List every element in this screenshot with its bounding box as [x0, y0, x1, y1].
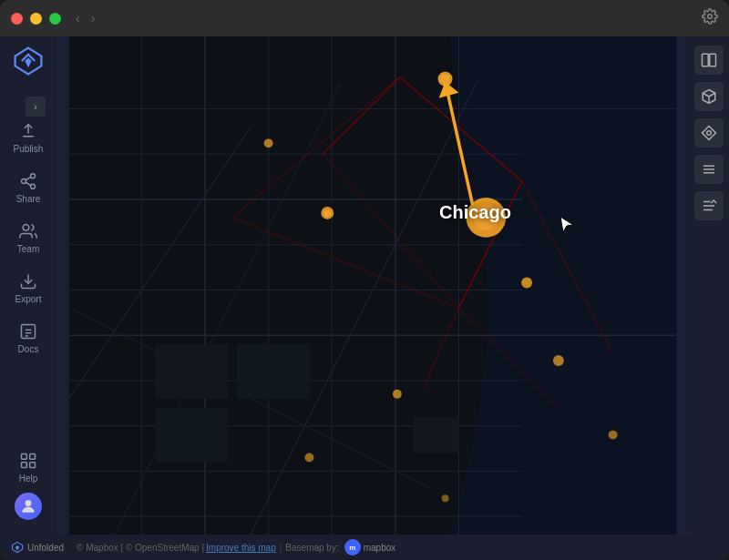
3d-view-button[interactable] [694, 82, 724, 111]
svg-rect-67 [703, 54, 709, 66]
svg-line-71 [709, 93, 715, 97]
svg-line-5 [26, 182, 31, 185]
traffic-lights [11, 13, 61, 25]
svg-rect-64 [237, 344, 310, 399]
svg-marker-72 [703, 127, 716, 140]
svg-point-62 [442, 494, 449, 502]
improve-map-link[interactable]: Improve this map [206, 543, 276, 553]
svg-rect-68 [710, 54, 716, 66]
main-layout: › Publish Share [0, 36, 729, 535]
svg-point-53 [441, 75, 450, 84]
maximize-button[interactable] [49, 13, 61, 25]
svg-point-59 [609, 431, 618, 440]
svg-point-0 [708, 15, 713, 19]
mapbox-text: mapbox [364, 543, 396, 553]
svg-point-60 [393, 390, 402, 399]
sidebar-toggle-button[interactable]: › [26, 97, 46, 117]
svg-rect-66 [414, 417, 459, 453]
titlebar: ‹ › [0, 0, 729, 36]
basemap-label: Basemap by: [285, 543, 338, 553]
separator: | [280, 543, 282, 553]
svg-rect-14 [30, 454, 36, 460]
svg-line-70 [703, 93, 709, 97]
svg-rect-63 [155, 344, 228, 399]
sidebar-item-help[interactable]: Help [0, 443, 56, 493]
forward-arrow[interactable]: › [87, 9, 99, 27]
sidebar-item-publish[interactable]: Publish [0, 113, 56, 163]
sidebar-item-team[interactable]: Team [0, 213, 56, 263]
svg-point-73 [707, 131, 712, 136]
svg-point-57 [521, 278, 532, 289]
svg-rect-65 [155, 408, 228, 463]
settings-icon[interactable] [702, 8, 718, 28]
svg-point-2 [31, 174, 36, 178]
svg-point-17 [26, 500, 32, 506]
layers-button[interactable] [694, 155, 724, 184]
app-window: ‹ › › [0, 0, 729, 560]
sidebar-item-docs[interactable]: Docs [0, 313, 56, 363]
split-map-button[interactable] [694, 46, 724, 75]
svg-point-4 [31, 184, 36, 188]
brand-logo-small: Unfolded [11, 541, 64, 554]
mapbox-logo: m mapbox [344, 539, 396, 555]
app-logo[interactable] [11, 44, 46, 78]
minimize-button[interactable] [30, 13, 42, 25]
sidebar-item-share[interactable]: Share [0, 163, 56, 213]
svg-rect-13 [22, 454, 27, 460]
right-toolbar [689, 36, 729, 535]
close-button[interactable] [11, 13, 23, 25]
svg-point-51 [473, 205, 498, 230]
user-avatar[interactable] [15, 493, 42, 520]
brand-name: Unfolded [27, 543, 64, 553]
attribution-text: © Mapbox | © OpenStreetMap | [77, 543, 204, 553]
nav-arrows: ‹ › [72, 9, 98, 27]
svg-point-56 [264, 138, 273, 148]
sidebar-item-export[interactable]: Export [0, 263, 56, 313]
map-container[interactable]: Chicago [56, 36, 689, 535]
mapbox-icon: m [344, 539, 361, 555]
svg-point-55 [323, 209, 331, 217]
bottom-bar: Unfolded © Mapbox | © OpenStreetMap | Im… [0, 535, 729, 560]
svg-line-6 [26, 177, 31, 179]
svg-point-58 [553, 355, 564, 366]
layer-order-button[interactable] [694, 191, 724, 220]
svg-point-61 [304, 453, 313, 462]
back-arrow[interactable]: ‹ [72, 9, 84, 27]
svg-rect-15 [22, 463, 27, 468]
svg-point-7 [23, 225, 29, 231]
draw-tool-button[interactable] [694, 118, 724, 148]
svg-rect-16 [30, 463, 36, 468]
left-sidebar: › Publish Share [0, 36, 56, 535]
svg-point-3 [22, 179, 26, 184]
